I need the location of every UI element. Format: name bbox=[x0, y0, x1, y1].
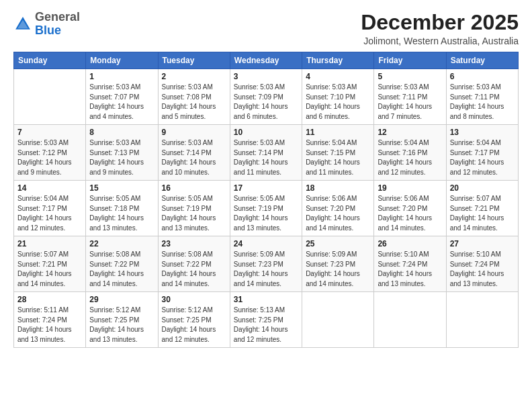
day-number: 11 bbox=[306, 128, 370, 137]
header-saturday: Saturday bbox=[446, 52, 518, 69]
day-info: Sunrise: 5:03 AMSunset: 7:10 PMDaylight:… bbox=[306, 83, 370, 122]
day-number: 27 bbox=[450, 239, 515, 248]
day-info: Sunrise: 5:03 AMSunset: 7:13 PMDaylight:… bbox=[89, 138, 154, 177]
day-number: 17 bbox=[234, 183, 298, 193]
day-number: 6 bbox=[450, 72, 515, 81]
table-row: 13Sunrise: 5:04 AMSunset: 7:17 PMDayligh… bbox=[446, 125, 518, 181]
table-row: 12Sunrise: 5:04 AMSunset: 7:16 PMDayligh… bbox=[374, 125, 446, 181]
title-block: December 2025 Jolimont, Western Australi… bbox=[361, 11, 519, 46]
day-info: Sunrise: 5:06 AMSunset: 7:20 PMDaylight:… bbox=[306, 194, 370, 233]
header-friday: Friday bbox=[374, 52, 446, 69]
page: General Blue December 2025 Jolimont, Wes… bbox=[0, 0, 532, 411]
logo: General Blue bbox=[13, 11, 80, 38]
day-number: 30 bbox=[162, 295, 226, 304]
day-number: 18 bbox=[306, 183, 370, 193]
day-number: 8 bbox=[89, 128, 154, 137]
day-number: 24 bbox=[234, 239, 298, 248]
day-info: Sunrise: 5:07 AMSunset: 7:21 PMDaylight:… bbox=[17, 250, 82, 289]
table-row: 14Sunrise: 5:04 AMSunset: 7:17 PMDayligh… bbox=[14, 181, 86, 236]
day-number: 25 bbox=[306, 239, 370, 248]
day-info: Sunrise: 5:13 AMSunset: 7:25 PMDaylight:… bbox=[234, 306, 298, 345]
table-row: 8Sunrise: 5:03 AMSunset: 7:13 PMDaylight… bbox=[86, 125, 158, 181]
calendar-title: December 2025 bbox=[361, 11, 519, 34]
day-number: 29 bbox=[89, 295, 154, 304]
day-info: Sunrise: 5:03 AMSunset: 7:14 PMDaylight:… bbox=[162, 138, 226, 177]
table-row: 31Sunrise: 5:13 AMSunset: 7:25 PMDayligh… bbox=[230, 292, 302, 348]
header-thursday: Thursday bbox=[302, 52, 374, 69]
table-row: 29Sunrise: 5:12 AMSunset: 7:25 PMDayligh… bbox=[86, 292, 158, 348]
table-row: 30Sunrise: 5:12 AMSunset: 7:25 PMDayligh… bbox=[158, 292, 230, 348]
calendar-header-row: Sunday Monday Tuesday Wednesday Thursday… bbox=[14, 52, 519, 69]
day-number: 4 bbox=[306, 72, 370, 81]
table-row: 4Sunrise: 5:03 AMSunset: 7:10 PMDaylight… bbox=[302, 69, 374, 125]
day-number: 23 bbox=[162, 239, 226, 248]
day-info: Sunrise: 5:05 AMSunset: 7:19 PMDaylight:… bbox=[234, 194, 298, 233]
table-row: 24Sunrise: 5:09 AMSunset: 7:23 PMDayligh… bbox=[230, 236, 302, 292]
table-row: 20Sunrise: 5:07 AMSunset: 7:21 PMDayligh… bbox=[446, 181, 518, 236]
day-number: 20 bbox=[450, 183, 515, 193]
table-row: 16Sunrise: 5:05 AMSunset: 7:19 PMDayligh… bbox=[158, 181, 230, 236]
table-row: 15Sunrise: 5:05 AMSunset: 7:18 PMDayligh… bbox=[86, 181, 158, 236]
logo-general-text: General bbox=[35, 10, 80, 24]
day-info: Sunrise: 5:04 AMSunset: 7:17 PMDaylight:… bbox=[450, 138, 515, 177]
day-number: 28 bbox=[17, 295, 82, 304]
day-number: 19 bbox=[378, 183, 442, 193]
day-number: 22 bbox=[89, 239, 154, 248]
table-row bbox=[446, 292, 518, 348]
day-info: Sunrise: 5:09 AMSunset: 7:23 PMDaylight:… bbox=[306, 250, 370, 289]
table-row: 27Sunrise: 5:10 AMSunset: 7:24 PMDayligh… bbox=[446, 236, 518, 292]
header-sunday: Sunday bbox=[14, 52, 86, 69]
day-number: 26 bbox=[378, 239, 442, 248]
day-number: 14 bbox=[17, 183, 82, 193]
day-number: 7 bbox=[17, 128, 82, 137]
calendar-week-row: 7Sunrise: 5:03 AMSunset: 7:12 PMDaylight… bbox=[14, 125, 519, 181]
table-row bbox=[14, 69, 86, 125]
header-monday: Monday bbox=[86, 52, 158, 69]
day-info: Sunrise: 5:03 AMSunset: 7:09 PMDaylight:… bbox=[234, 83, 298, 122]
table-row: 5Sunrise: 5:03 AMSunset: 7:11 PMDaylight… bbox=[374, 69, 446, 125]
table-row: 3Sunrise: 5:03 AMSunset: 7:09 PMDaylight… bbox=[230, 69, 302, 125]
logo-blue-text: Blue bbox=[35, 24, 61, 37]
day-info: Sunrise: 5:07 AMSunset: 7:21 PMDaylight:… bbox=[450, 194, 515, 233]
day-info: Sunrise: 5:12 AMSunset: 7:25 PMDaylight:… bbox=[162, 306, 226, 345]
header: General Blue December 2025 Jolimont, Wes… bbox=[13, 11, 519, 46]
day-info: Sunrise: 5:04 AMSunset: 7:15 PMDaylight:… bbox=[306, 138, 370, 177]
day-info: Sunrise: 5:12 AMSunset: 7:25 PMDaylight:… bbox=[89, 306, 154, 345]
table-row: 19Sunrise: 5:06 AMSunset: 7:20 PMDayligh… bbox=[374, 181, 446, 236]
day-info: Sunrise: 5:05 AMSunset: 7:18 PMDaylight:… bbox=[89, 194, 154, 233]
table-row: 10Sunrise: 5:03 AMSunset: 7:14 PMDayligh… bbox=[230, 125, 302, 181]
day-info: Sunrise: 5:03 AMSunset: 7:11 PMDaylight:… bbox=[450, 83, 515, 122]
day-info: Sunrise: 5:10 AMSunset: 7:24 PMDaylight:… bbox=[450, 250, 515, 289]
day-info: Sunrise: 5:08 AMSunset: 7:22 PMDaylight:… bbox=[89, 250, 154, 289]
calendar-week-row: 28Sunrise: 5:11 AMSunset: 7:24 PMDayligh… bbox=[14, 292, 519, 348]
table-row: 25Sunrise: 5:09 AMSunset: 7:23 PMDayligh… bbox=[302, 236, 374, 292]
day-info: Sunrise: 5:09 AMSunset: 7:23 PMDaylight:… bbox=[234, 250, 298, 289]
day-info: Sunrise: 5:11 AMSunset: 7:24 PMDaylight:… bbox=[17, 306, 82, 345]
calendar-week-row: 14Sunrise: 5:04 AMSunset: 7:17 PMDayligh… bbox=[14, 181, 519, 236]
day-info: Sunrise: 5:03 AMSunset: 7:12 PMDaylight:… bbox=[17, 138, 82, 177]
day-info: Sunrise: 5:05 AMSunset: 7:19 PMDaylight:… bbox=[162, 194, 226, 233]
day-number: 1 bbox=[89, 72, 154, 81]
logo-icon bbox=[13, 15, 32, 34]
calendar-week-row: 21Sunrise: 5:07 AMSunset: 7:21 PMDayligh… bbox=[14, 236, 519, 292]
day-info: Sunrise: 5:03 AMSunset: 7:11 PMDaylight:… bbox=[378, 83, 442, 122]
table-row: 26Sunrise: 5:10 AMSunset: 7:24 PMDayligh… bbox=[374, 236, 446, 292]
table-row: 2Sunrise: 5:03 AMSunset: 7:08 PMDaylight… bbox=[158, 69, 230, 125]
table-row: 7Sunrise: 5:03 AMSunset: 7:12 PMDaylight… bbox=[14, 125, 86, 181]
logo-text: General Blue bbox=[35, 11, 80, 38]
calendar-subtitle: Jolimont, Western Australia, Australia bbox=[361, 36, 519, 46]
table-row bbox=[302, 292, 374, 348]
day-number: 10 bbox=[234, 128, 298, 137]
table-row: 17Sunrise: 5:05 AMSunset: 7:19 PMDayligh… bbox=[230, 181, 302, 236]
day-info: Sunrise: 5:04 AMSunset: 7:17 PMDaylight:… bbox=[17, 194, 82, 233]
table-row: 23Sunrise: 5:08 AMSunset: 7:22 PMDayligh… bbox=[158, 236, 230, 292]
day-info: Sunrise: 5:03 AMSunset: 7:08 PMDaylight:… bbox=[162, 83, 226, 122]
table-row: 6Sunrise: 5:03 AMSunset: 7:11 PMDaylight… bbox=[446, 69, 518, 125]
day-number: 13 bbox=[450, 128, 515, 137]
table-row: 21Sunrise: 5:07 AMSunset: 7:21 PMDayligh… bbox=[14, 236, 86, 292]
day-number: 5 bbox=[378, 72, 442, 81]
day-info: Sunrise: 5:03 AMSunset: 7:14 PMDaylight:… bbox=[234, 138, 298, 177]
day-number: 15 bbox=[89, 183, 154, 193]
table-row: 28Sunrise: 5:11 AMSunset: 7:24 PMDayligh… bbox=[14, 292, 86, 348]
day-number: 3 bbox=[234, 72, 298, 81]
